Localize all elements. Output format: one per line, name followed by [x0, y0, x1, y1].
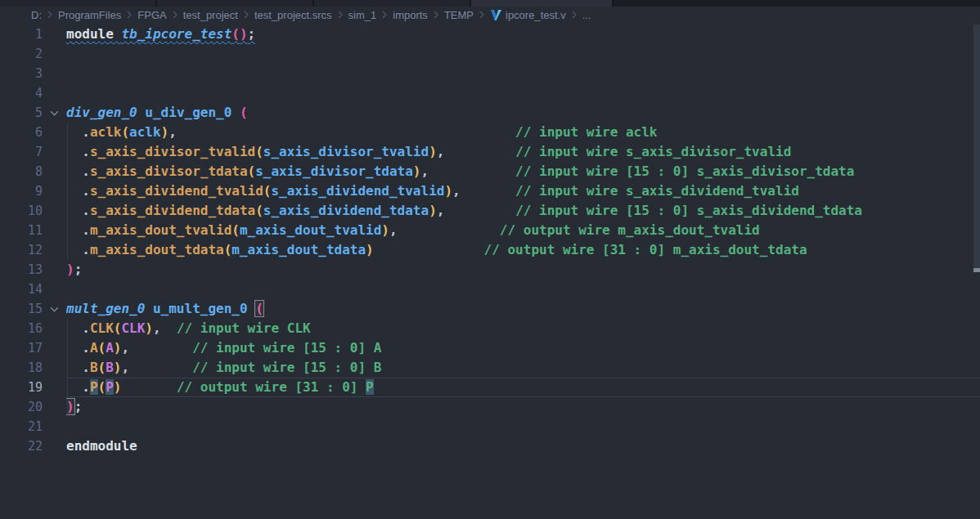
line-number[interactable]: 7 — [0, 142, 43, 162]
line-number[interactable]: 8 — [0, 162, 43, 181]
code-token — [121, 379, 176, 395]
code-text — [66, 44, 980, 64]
fold-chevron-icon[interactable] — [43, 299, 66, 319]
code-line-21[interactable]: 21 — [0, 417, 980, 436]
fold-spacer — [43, 44, 66, 64]
code-line-17[interactable]: 17 .A(A), // input wire [15 : 0] A — [0, 338, 980, 358]
code-line-8[interactable]: 8 .s_axis_divisor_tdata(s_axis_divisor_t… — [0, 162, 980, 181]
breadcrumb-item[interactable]: D: — [31, 9, 42, 21]
code-token: , — [437, 203, 445, 218]
scrollbar-thumb[interactable] — [973, 25, 980, 271]
code-token: // input wire [15 : 0] A — [192, 340, 381, 356]
code-line-4[interactable]: 4 — [0, 83, 980, 103]
fold-chevron-icon[interactable] — [43, 103, 66, 123]
chevron-right-icon — [46, 10, 54, 20]
code-token: ) — [66, 262, 74, 277]
code-token: m_axis_dout_tdata — [90, 242, 224, 257]
line-number[interactable]: 13 — [0, 260, 43, 280]
tab-stub-1[interactable] — [0, 0, 157, 7]
code-line-11[interactable]: 11 .m_axis_dout_tvalid(m_axis_dout_tvali… — [0, 221, 980, 240]
line-number[interactable]: 9 — [0, 181, 43, 201]
chevron-right-icon — [171, 10, 179, 20]
code-token: s_axis_dividend_tdata — [90, 203, 255, 218]
scrollbar[interactable] — [973, 23, 980, 519]
breadcrumb-item[interactable]: test_project — [183, 9, 238, 21]
line-number[interactable]: 3 — [0, 64, 43, 83]
line-number[interactable]: 5 — [0, 103, 43, 123]
breadcrumb-file[interactable]: ipcore_test.v — [490, 9, 566, 21]
code-line-16[interactable]: 16 .CLK(CLK), // input wire CLK — [0, 319, 980, 338]
line-number[interactable]: 6 — [0, 123, 43, 142]
code-line-14[interactable]: 14 — [0, 280, 980, 299]
tab-stub-active[interactable] — [471, 0, 614, 7]
code-token — [129, 360, 192, 375]
line-number[interactable]: 19 — [0, 378, 43, 397]
breadcrumb-item[interactable]: test_project.srcs — [254, 9, 332, 21]
code-token: aclk — [129, 124, 161, 140]
code-token: // input wire [15 : 0] s_axis_divisor_td… — [515, 163, 854, 179]
fold-spacer — [43, 358, 66, 378]
code-line-7[interactable]: 7 .s_axis_divisor_tvalid(s_axis_divisor_… — [0, 142, 980, 162]
code-text — [66, 417, 980, 436]
breadcrumb-item[interactable]: sim_1 — [348, 9, 377, 21]
code-line-10[interactable]: 10 .s_axis_dividend_tdata(s_axis_dividen… — [0, 201, 980, 221]
chevron-right-icon — [242, 10, 250, 20]
code-token: , — [121, 340, 129, 356]
line-number[interactable]: 4 — [0, 83, 43, 103]
code-token: . — [66, 124, 90, 140]
line-number[interactable]: 18 — [0, 358, 43, 378]
code-token: ( — [114, 320, 122, 336]
code-text: .A(A), // input wire [15 : 0] A — [66, 338, 980, 358]
code-token: ) — [66, 399, 74, 414]
code-line-20[interactable]: 20); — [0, 397, 980, 417]
line-number[interactable]: 16 — [0, 319, 43, 338]
code-line-1[interactable]: 1module tb_ipcore_test(); — [0, 25, 980, 44]
code-line-19[interactable]: 19 .P(P) // output wire [31 : 0] P — [0, 378, 980, 397]
fold-spacer — [43, 181, 66, 201]
code-token: , — [437, 144, 445, 159]
breadcrumb-item[interactable]: FPGA — [137, 9, 166, 21]
line-number[interactable]: 12 — [0, 240, 43, 260]
line-number[interactable]: 21 — [0, 417, 43, 436]
code-line-3[interactable]: 3 — [0, 64, 980, 83]
code-editor[interactable]: 1module tb_ipcore_test();2345div_gen_0 u… — [0, 23, 980, 519]
code-line-18[interactable]: 18 .B(B), // input wire [15 : 0] B — [0, 358, 980, 378]
line-number[interactable]: 14 — [0, 280, 43, 299]
line-number[interactable]: 10 — [0, 201, 43, 221]
line-number[interactable]: 17 — [0, 338, 43, 358]
code-line-12[interactable]: 12 .m_axis_dout_tdata(m_axis_dout_tdata)… — [0, 240, 980, 260]
code-line-15[interactable]: 15mult_gen_0 u_mult_gen_0 ( — [0, 299, 980, 319]
code-line-9[interactable]: 9 .s_axis_dividend_tvalid(s_axis_dividen… — [0, 181, 980, 201]
code-token: ) — [429, 203, 437, 218]
line-number[interactable]: 22 — [0, 436, 43, 456]
tab-stub-2[interactable] — [157, 0, 314, 7]
breadcrumb-item[interactable]: TEMP — [444, 9, 474, 21]
tab-stub-3[interactable] — [314, 0, 471, 7]
tab-strip — [0, 0, 980, 7]
fold-spacer — [43, 338, 66, 358]
line-number[interactable]: 1 — [0, 25, 43, 44]
code-token: u_div_gen_0 — [145, 105, 232, 120]
breadcrumb-item[interactable]: ProgramFiles — [58, 9, 121, 21]
code-line-2[interactable]: 2 — [0, 44, 980, 64]
fold-spacer — [43, 378, 66, 397]
breadcrumb-item[interactable]: imports — [393, 9, 428, 21]
code-line-22[interactable]: 22endmodule — [0, 436, 980, 456]
line-number[interactable]: 20 — [0, 397, 43, 417]
chevron-right-icon — [125, 10, 133, 20]
code-token: P — [366, 379, 374, 395]
breadcrumb-overflow[interactable]: ... — [582, 9, 591, 21]
code-token: P — [106, 379, 114, 395]
fold-spacer — [43, 25, 66, 44]
line-number[interactable]: 15 — [0, 299, 43, 319]
code-line-6[interactable]: 6 .aclk(aclk), // input wire aclk — [0, 123, 980, 142]
code-line-5[interactable]: 5div_gen_0 u_div_gen_0 ( — [0, 103, 980, 123]
code-token: // input wire s_axis_dividend_tvalid — [515, 183, 799, 199]
verilog-file-icon — [490, 10, 502, 20]
code-line-13[interactable]: 13); — [0, 260, 980, 280]
code-token: . — [66, 242, 90, 257]
line-number[interactable]: 11 — [0, 221, 43, 240]
line-number[interactable]: 2 — [0, 44, 43, 64]
code-token: aclk — [90, 124, 122, 140]
code-token: s_axis_divisor_tdata — [90, 163, 248, 179]
